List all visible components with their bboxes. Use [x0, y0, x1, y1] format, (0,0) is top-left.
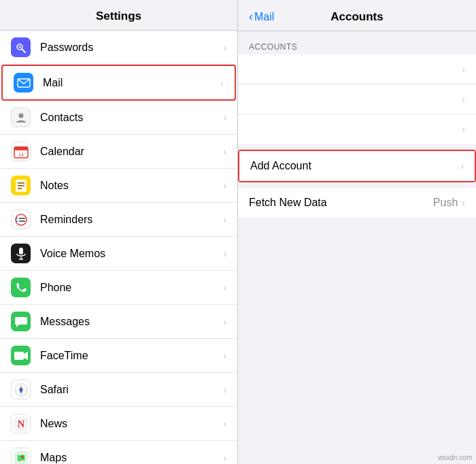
settings-item-contacts[interactable]: Contacts › — [0, 101, 237, 135]
reminders-icon — [11, 210, 31, 229]
notes-icon — [11, 176, 31, 195]
add-account-chevron: › — [460, 161, 464, 171]
svg-line-1 — [22, 49, 25, 52]
news-icon: N — [11, 414, 31, 433]
back-button[interactable]: ‹ Mail — [249, 10, 274, 24]
back-label: Mail — [254, 11, 274, 23]
accounts-header: ‹ Mail Accounts — [238, 0, 476, 31]
maps-chevron: › — [223, 452, 226, 463]
voice-memos-icon — [11, 244, 31, 263]
settings-item-reminders[interactable]: Reminders › — [0, 203, 237, 237]
account-row-1[interactable]: › — [238, 54, 476, 84]
mail-label: Mail — [43, 77, 216, 89]
svg-rect-17 — [19, 248, 23, 254]
svg-point-2 — [18, 46, 20, 48]
safari-icon — [11, 380, 31, 399]
accounts-panel: ‹ Mail Accounts ACCOUNTS › › › Add Acco — [238, 0, 476, 464]
phone-icon — [11, 278, 31, 297]
add-account-label: Add Account — [250, 160, 460, 172]
svg-marker-21 — [24, 352, 28, 360]
fetch-new-data-value: Push — [433, 197, 458, 209]
contacts-icon — [11, 107, 31, 127]
settings-group: Passwords › Mail › — [0, 31, 237, 464]
news-chevron: › — [223, 418, 226, 429]
account-row-3[interactable]: › — [238, 114, 476, 144]
reminders-label: Reminders — [40, 214, 219, 226]
accounts-title: Accounts — [330, 10, 383, 24]
passwords-label: Passwords — [40, 42, 219, 54]
svg-rect-20 — [14, 352, 24, 360]
account-3-chevron: › — [462, 124, 465, 135]
add-account-button[interactable]: Add Account › — [239, 151, 475, 181]
settings-item-maps[interactable]: Maps › — [0, 441, 237, 464]
account-1-chevron: › — [462, 64, 465, 75]
calendar-label: Calendar — [40, 146, 219, 158]
accounts-content: ACCOUNTS › › › Add Account › — [238, 31, 476, 464]
svg-point-12 — [16, 214, 27, 225]
phone-chevron: › — [223, 282, 226, 293]
contacts-label: Contacts — [40, 112, 219, 124]
notes-chevron: › — [223, 180, 226, 191]
voice-memos-label: Voice Memos — [40, 248, 219, 260]
phone-label: Phone — [40, 282, 219, 294]
settings-item-notes[interactable]: Notes › — [0, 169, 237, 203]
passwords-chevron: › — [223, 42, 226, 53]
settings-item-calendar[interactable]: 14 Calendar › — [0, 135, 237, 169]
fetch-group: Fetch New Data Push › — [238, 188, 476, 218]
settings-item-facetime[interactable]: FaceTime › — [0, 339, 237, 373]
voice-memos-chevron: › — [223, 248, 226, 259]
settings-item-phone[interactable]: Phone › — [0, 271, 237, 305]
calendar-icon: 14 — [11, 142, 31, 161]
back-chevron-icon: ‹ — [249, 10, 253, 24]
fetch-new-data-chevron: › — [462, 197, 465, 208]
fetch-new-data-item[interactable]: Fetch New Data Push › — [238, 188, 476, 218]
passwords-icon — [11, 37, 31, 57]
settings-item-mail[interactable]: Mail › — [1, 65, 236, 101]
svg-point-13 — [16, 218, 18, 219]
settings-title: Settings — [96, 10, 141, 22]
news-label: News — [40, 418, 219, 430]
mail-icon — [14, 73, 33, 93]
maps-icon — [11, 448, 31, 464]
add-account-container: Add Account › — [238, 150, 476, 182]
settings-item-news[interactable]: N News › — [0, 407, 237, 441]
account-row-2[interactable]: › — [238, 84, 476, 114]
mail-chevron: › — [220, 78, 224, 88]
settings-item-safari[interactable]: Safari › — [0, 373, 237, 407]
settings-panel: Settings Passwords › — [0, 0, 238, 464]
maps-label: Maps — [40, 452, 219, 464]
settings-item-passwords[interactable]: Passwords › — [0, 31, 237, 65]
facetime-icon — [11, 346, 31, 365]
accounts-section-label: ACCOUNTS — [238, 37, 476, 54]
reminders-chevron: › — [223, 214, 226, 225]
safari-chevron: › — [223, 384, 226, 395]
safari-label: Safari — [40, 384, 219, 396]
fetch-new-data-label: Fetch New Data — [249, 197, 433, 209]
watermark: wsxdn.com — [438, 454, 472, 461]
svg-point-4 — [18, 113, 23, 118]
messages-chevron: › — [223, 316, 226, 327]
notes-label: Notes — [40, 180, 219, 192]
svg-text:14: 14 — [18, 152, 24, 157]
settings-item-messages[interactable]: Messages › — [0, 305, 237, 339]
settings-header: Settings — [0, 0, 237, 31]
messages-icon — [11, 312, 31, 331]
settings-list: Passwords › Mail › — [0, 31, 237, 464]
settings-item-voice-memos[interactable]: Voice Memos › — [0, 237, 237, 271]
svg-rect-6 — [14, 147, 28, 150]
contacts-chevron: › — [223, 112, 226, 123]
account-2-chevron: › — [462, 94, 465, 105]
accounts-group: › › › — [238, 54, 476, 144]
messages-label: Messages — [40, 316, 219, 328]
svg-point-14 — [16, 220, 18, 222]
facetime-label: FaceTime — [40, 350, 219, 362]
svg-text:N: N — [17, 418, 24, 429]
calendar-chevron: › — [223, 146, 226, 157]
svg-point-31 — [21, 456, 24, 459]
facetime-chevron: › — [223, 350, 226, 361]
